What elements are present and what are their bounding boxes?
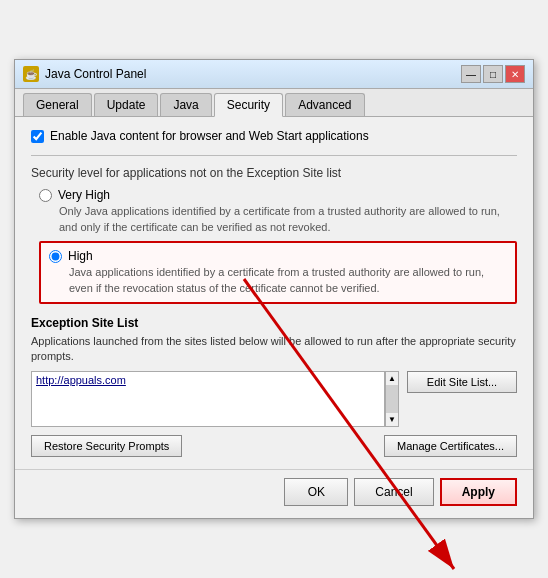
enable-java-checkbox[interactable] [31,130,44,143]
minimize-button[interactable]: — [461,65,481,83]
bottom-buttons: Restore Security Prompts Manage Certific… [31,435,517,457]
high-option: High Java applications identified by a c… [39,241,517,304]
high-desc: Java applications identified by a certif… [69,265,507,296]
tab-security[interactable]: Security [214,93,283,117]
very-high-desc: Only Java applications identified by a c… [59,204,517,235]
ok-button[interactable]: OK [284,478,348,506]
exception-title: Exception Site List [31,316,517,330]
right-buttons: Edit Site List... [407,371,517,427]
radio-group: Very High Only Java applications identif… [39,188,517,304]
tab-bar: General Update Java Security Advanced [15,89,533,117]
scroll-down[interactable]: ▼ [386,413,398,426]
window-title: Java Control Panel [45,67,146,81]
tab-java[interactable]: Java [160,93,211,116]
high-label: High [68,249,93,263]
enable-java-row: Enable Java content for browser and Web … [31,129,517,143]
high-radio[interactable] [49,250,62,263]
manage-certificates-button[interactable]: Manage Certificates... [384,435,517,457]
scroll-up[interactable]: ▲ [386,372,398,385]
security-level-title: Security level for applications not on t… [31,166,517,180]
very-high-radio[interactable] [39,189,52,202]
close-button[interactable]: ✕ [505,65,525,83]
window-controls: — □ ✕ [461,65,525,83]
app-icon: ☕ [23,66,39,82]
very-high-option: Very High Only Java applications identif… [39,188,517,235]
tab-update[interactable]: Update [94,93,159,116]
exception-desc: Applications launched from the sites lis… [31,334,517,365]
enable-java-label: Enable Java content for browser and Web … [50,129,369,143]
tab-general[interactable]: General [23,93,92,116]
divider-top [31,155,517,156]
tab-advanced[interactable]: Advanced [285,93,364,116]
list-scrollbar[interactable]: ▲ ▼ [385,371,399,427]
exception-site-section: Exception Site List Applications launche… [31,316,517,457]
list-with-scroll: http://appuals.com ▲ ▼ [31,371,399,427]
footer: OK Cancel Apply [15,469,533,518]
list-item: http://appuals.com [36,374,380,386]
very-high-label: Very High [58,188,110,202]
panel-content: Enable Java content for browser and Web … [15,117,533,468]
site-list-box[interactable]: http://appuals.com [31,371,385,427]
edit-site-list-button[interactable]: Edit Site List... [407,371,517,393]
apply-button[interactable]: Apply [440,478,517,506]
cancel-button[interactable]: Cancel [354,478,433,506]
title-bar: ☕ Java Control Panel — □ ✕ [15,60,533,89]
security-level-section: Security level for applications not on t… [31,166,517,304]
maximize-button[interactable]: □ [483,65,503,83]
restore-security-prompts-button[interactable]: Restore Security Prompts [31,435,182,457]
exception-list-area: http://appuals.com ▲ ▼ Edit Site List... [31,371,517,427]
